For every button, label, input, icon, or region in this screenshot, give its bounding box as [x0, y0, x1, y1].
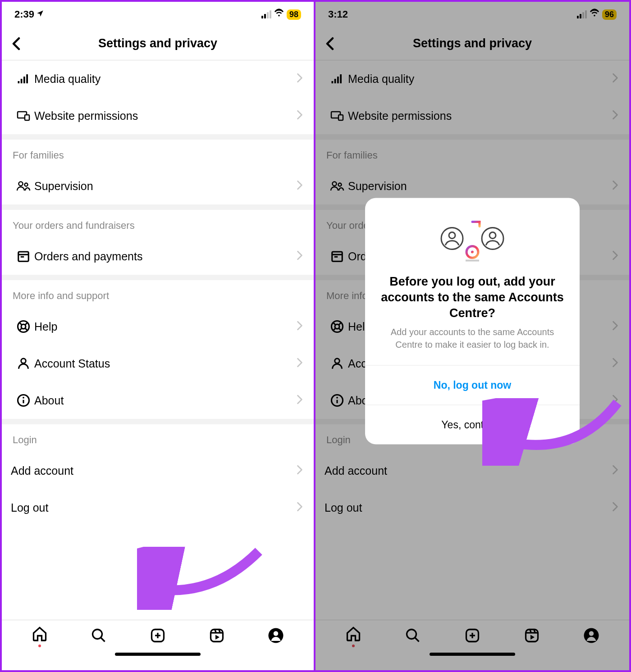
bottom-nav [2, 620, 314, 670]
back-button[interactable] [321, 35, 339, 53]
svg-rect-3 [26, 74, 28, 83]
row-label: Log out [325, 501, 612, 514]
svg-line-45 [333, 322, 335, 325]
svg-rect-33 [334, 79, 336, 83]
svg-point-39 [338, 183, 342, 186]
chevron-right-icon [297, 321, 303, 332]
row-label: Orders and payments [34, 250, 297, 263]
nav-home[interactable] [345, 626, 361, 647]
chevron-right-icon [612, 180, 618, 192]
row-label: Media quality [348, 73, 612, 86]
modal-continue-button[interactable]: Yes, continue [365, 405, 580, 445]
svg-rect-26 [211, 630, 223, 642]
svg-point-49 [335, 359, 340, 363]
status-bar: 3:12 96 [316, 2, 629, 27]
devices-icon [326, 109, 348, 122]
row-log-out[interactable]: Log out [2, 489, 314, 526]
bottom-nav [316, 620, 629, 670]
screenshot-right: 3:12 96 Settings and privacy Media quali… [316, 0, 631, 672]
page-header: Settings and privacy [316, 27, 629, 60]
chevron-right-icon [297, 358, 303, 369]
section-orders: Your orders and fundraisers [2, 210, 314, 238]
nav-home[interactable] [32, 626, 48, 647]
svg-rect-58 [526, 630, 538, 642]
nav-search[interactable] [405, 627, 421, 645]
svg-line-14 [25, 322, 27, 325]
row-label: Add account [11, 464, 297, 477]
row-label: Help [34, 320, 297, 333]
row-log-out[interactable]: Log out [316, 489, 629, 526]
svg-point-65 [449, 232, 455, 239]
row-add-account[interactable]: Add account [2, 452, 314, 489]
info-icon [13, 394, 34, 407]
row-orders-payments[interactable]: Orders and payments [2, 238, 314, 275]
people-icon [326, 180, 348, 192]
row-label: About [34, 394, 297, 407]
modal-illustration [365, 198, 580, 266]
row-label: Media quality [34, 73, 297, 86]
nav-reels[interactable] [209, 627, 225, 645]
nav-search[interactable] [91, 627, 107, 645]
chevron-right-icon [297, 73, 303, 85]
status-time: 2:39 [14, 9, 34, 20]
row-label: Account Status [34, 357, 297, 370]
svg-rect-35 [340, 74, 342, 83]
nav-profile[interactable] [268, 627, 284, 645]
svg-point-53 [407, 630, 416, 639]
back-button[interactable] [7, 35, 25, 53]
row-website-permissions[interactable]: Website permissions [2, 97, 314, 134]
svg-line-54 [415, 638, 419, 642]
row-media-quality[interactable]: Media quality [316, 60, 629, 97]
row-about[interactable]: About [2, 382, 314, 419]
status-time: 3:12 [328, 9, 348, 20]
nav-new-post[interactable] [464, 627, 480, 645]
row-account-status[interactable]: Account Status [2, 345, 314, 382]
modal-logout-now-button[interactable]: No, log out now [365, 365, 580, 405]
row-website-permissions[interactable]: Website permissions [316, 97, 629, 134]
wifi-icon [590, 8, 599, 21]
row-label: Supervision [348, 180, 612, 193]
logout-modal: Before you log out, add your accounts to… [365, 198, 580, 445]
nav-profile[interactable] [583, 627, 599, 645]
chevron-right-icon [612, 110, 618, 122]
row-label: Supervision [34, 180, 297, 193]
devices-icon [13, 109, 34, 122]
wifi-icon [274, 8, 284, 21]
row-supervision[interactable]: Supervision [2, 168, 314, 204]
svg-line-13 [19, 322, 22, 325]
lifebuoy-icon [13, 320, 34, 333]
battery-indicator: 96 [602, 9, 617, 20]
svg-point-67 [489, 232, 496, 239]
row-media-quality[interactable]: Media quality [2, 60, 314, 97]
section-for-families: For families [316, 140, 629, 168]
bars-icon [13, 72, 34, 86]
svg-line-16 [25, 328, 27, 331]
svg-point-7 [25, 183, 28, 186]
chevron-right-icon [297, 180, 303, 192]
svg-rect-34 [337, 77, 339, 83]
chevron-right-icon [612, 502, 618, 513]
chevron-right-icon [297, 465, 303, 477]
person-icon [13, 357, 34, 370]
row-label: Website permissions [34, 109, 297, 123]
svg-rect-37 [338, 115, 343, 120]
svg-point-31 [274, 631, 279, 636]
svg-point-12 [21, 324, 26, 329]
chevron-right-icon [297, 502, 303, 513]
nav-reels[interactable] [524, 627, 540, 645]
cellular-signal-icon [577, 10, 587, 18]
row-help[interactable]: Help [2, 308, 314, 345]
box-icon [326, 250, 348, 263]
cellular-signal-icon [261, 10, 271, 18]
svg-rect-0 [18, 81, 20, 83]
annotation-arrow [137, 547, 272, 610]
bars-icon [326, 72, 348, 86]
nav-new-post[interactable] [150, 627, 166, 645]
row-add-account[interactable]: Add account [316, 452, 629, 489]
svg-rect-1 [21, 79, 23, 83]
location-icon [36, 9, 44, 20]
chevron-right-icon [612, 395, 618, 406]
svg-point-51 [336, 397, 338, 399]
people-icon [13, 180, 34, 192]
chevron-right-icon [612, 250, 618, 262]
